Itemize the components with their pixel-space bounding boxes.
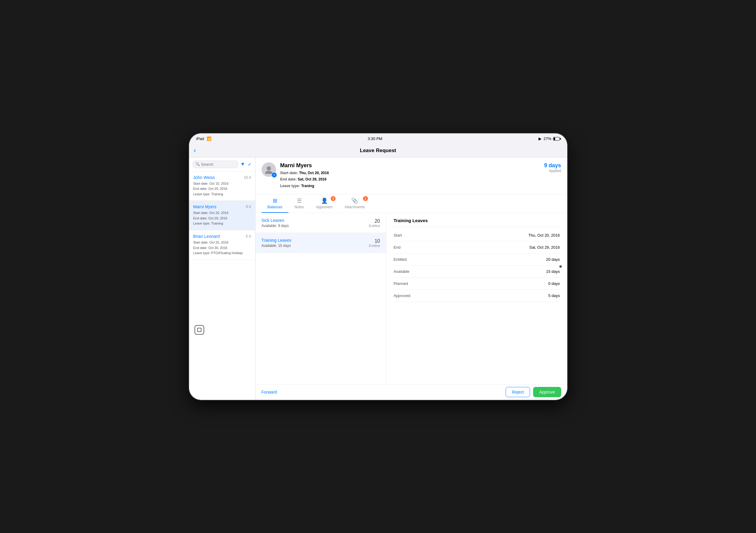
available-row-label: Available xyxy=(393,269,410,274)
side-dot xyxy=(559,265,562,268)
entitled-row-value: 20 days xyxy=(546,257,560,262)
svg-point-0 xyxy=(267,166,271,170)
planned-row-value: 0 days xyxy=(548,281,560,286)
detail-name: Marni Myers xyxy=(280,163,329,169)
detail-row-available: Available 15 days xyxy=(393,266,560,278)
wifi-icon: 📶 xyxy=(206,137,211,141)
balances-panel: Sick Leaves Available: 9 days 20 Entitle… xyxy=(256,213,386,384)
page-title: Leave Request xyxy=(360,148,396,154)
planned-row-label: Planned xyxy=(393,281,408,286)
detail-panel: + Marni Myers Start date: Thu, Oct 20, 2… xyxy=(256,158,567,400)
detail-header: + Marni Myers Start date: Thu, Oct 20, 2… xyxy=(256,158,567,195)
forward-button[interactable]: Forward xyxy=(261,390,277,394)
battery-percent: 27% xyxy=(543,137,551,141)
status-right: ▶ 27% xyxy=(539,137,560,141)
list-item-detail: Start date: Oct 20, 2016 End date: Oct 2… xyxy=(193,210,251,226)
tab-balances-label: Balances xyxy=(268,205,283,209)
avatar-plus-icon: + xyxy=(272,173,277,177)
home-button[interactable] xyxy=(195,325,204,335)
days-applied: 9 days xyxy=(544,163,561,169)
detail-row-approved: Approved 5 days xyxy=(393,290,560,302)
search-input[interactable] xyxy=(201,162,235,166)
list-item[interactable]: Brian Leonard 5 d Start date: Oct 25, 20… xyxy=(189,230,255,260)
available-row-value: 15 days xyxy=(546,269,560,274)
tab-attachments[interactable]: 📎 Attachments 1 xyxy=(338,194,371,213)
battery-fill xyxy=(554,138,555,140)
list-item-header: Marni Myers 9 d xyxy=(193,204,251,209)
sick-entitled-label: Entitled xyxy=(369,224,380,228)
balance-right-sick: 20 Entitled xyxy=(369,218,380,228)
search-bar: 🔍 ▼ ✓ xyxy=(189,158,255,171)
main-content: 🔍 ▼ ✓ John Weiss 10 d Start date: Oct 10… xyxy=(189,158,567,400)
detail-info: Marni Myers Start date: Thu, Oct 20, 201… xyxy=(280,163,329,190)
person-icon xyxy=(265,165,273,174)
back-chevron-icon: ‹ xyxy=(194,147,196,155)
device-name: iPad xyxy=(196,137,204,141)
entitled-row-label: Entitled xyxy=(393,257,407,262)
attachments-icon: 📎 xyxy=(351,197,358,204)
search-input-wrap[interactable]: 🔍 xyxy=(193,161,238,168)
approvers-badge: 3 xyxy=(331,196,336,201)
home-button-area xyxy=(189,260,255,400)
svg-point-1 xyxy=(265,171,272,174)
ipad-frame: iPad 📶 3:30 PM ▶ 27% ‹ Leave Request xyxy=(189,133,567,400)
tab-balances[interactable]: ⊞ Balances xyxy=(261,194,288,213)
end-date-value: Sat, Oct 29, 2016 xyxy=(298,177,327,181)
status-time: 3:30 PM xyxy=(367,137,382,141)
action-buttons: Reject Approve xyxy=(506,387,561,397)
list-item-name: Brian Leonard xyxy=(193,234,220,239)
detail-header-left: + Marni Myers Start date: Thu, Oct 20, 2… xyxy=(261,163,329,190)
detail-meta: Start date: Thu, Oct 20, 2016 End date: … xyxy=(280,170,329,190)
list-item-days: 10 d xyxy=(244,175,251,180)
tab-notes[interactable]: ☰ Notes xyxy=(288,194,310,213)
list-item-end: End date: Oct 29, 2016 xyxy=(193,216,251,221)
list-item-detail: Start date: Oct 10, 2016 End date: Oct 2… xyxy=(193,181,251,197)
list-item-detail: Start date: Oct 25, 2016 End date: Oct 3… xyxy=(193,240,251,256)
balance-right-training: 10 Entitled xyxy=(369,239,380,247)
detail-row-start: Start Thu, Oct 20, 2016 xyxy=(393,229,560,241)
list-item-type: Leave type: PTO/Floating Holiday xyxy=(193,250,251,256)
filter-icon[interactable]: ▼ xyxy=(240,162,245,167)
end-row-label: End xyxy=(393,245,400,250)
leave-type-label: Leave type: xyxy=(280,184,300,188)
list-item-type: Leave type: Training xyxy=(193,221,251,226)
detail-header-right: 9 days Applied xyxy=(544,163,561,173)
leave-type-value: Traning xyxy=(301,184,314,188)
start-row-label: Start xyxy=(393,233,402,238)
training-entitled-number: 10 xyxy=(369,239,380,244)
balance-row-sick[interactable]: Sick Leaves Available: 9 days 20 Entitle… xyxy=(256,213,386,233)
tab-attachments-label: Attachments xyxy=(345,205,365,209)
attachments-badge: 1 xyxy=(363,196,368,201)
start-label: Start date: xyxy=(280,171,298,175)
approved-row-value: 5 days xyxy=(548,293,560,298)
list-item-days: 9 d xyxy=(246,205,251,209)
back-button[interactable]: ‹ xyxy=(194,147,196,155)
start-date-value: Thu, Oct 20, 2016 xyxy=(299,171,329,175)
training-detail-title: Training Leaves xyxy=(393,218,560,223)
search-icon: 🔍 xyxy=(195,162,200,166)
approvers-icon: 👤 xyxy=(321,197,328,204)
nav-bar: ‹ Leave Request xyxy=(189,144,567,158)
end-row-value: Sat, Oct 29, 2016 xyxy=(529,245,560,250)
balance-info-training: Training Leaves Available: 15 days xyxy=(261,238,291,248)
list-item-days: 5 d xyxy=(246,234,251,239)
sidebar: 🔍 ▼ ✓ John Weiss 10 d Start date: Oct 10… xyxy=(189,158,256,400)
list-item-end: End date: Oct 20, 2016 xyxy=(193,186,251,192)
status-bar: iPad 📶 3:30 PM ▶ 27% xyxy=(189,133,567,144)
check-icon[interactable]: ✓ xyxy=(248,162,252,167)
list-item[interactable]: John Weiss 10 d Start date: Oct 10, 2016… xyxy=(189,171,255,201)
balance-row-training[interactable]: Training Leaves Available: 15 days 10 En… xyxy=(256,233,386,253)
avatar: + xyxy=(261,163,276,177)
list-item[interactable]: Marni Myers 9 d Start date: Oct 20, 2016… xyxy=(189,201,255,230)
notes-icon: ☰ xyxy=(297,197,302,204)
detail-row-end: End Sat, Oct 29, 2016 xyxy=(393,241,560,254)
list-item-start: Start date: Oct 10, 2016 xyxy=(193,181,251,187)
detail-start-date: Start date: Thu, Oct 20, 2016 xyxy=(280,170,329,177)
list-item-start: Start date: Oct 25, 2016 xyxy=(193,240,251,245)
approve-button[interactable]: Approve xyxy=(533,387,561,397)
reject-button[interactable]: Reject xyxy=(506,387,530,397)
detail-end-date: End date: Sat, Oct 29, 2016 xyxy=(280,176,329,183)
detail-row-planned: Planned 0 days xyxy=(393,278,560,290)
tab-approvers[interactable]: 👤 Approvers 3 xyxy=(310,194,338,213)
home-button-inner xyxy=(197,328,202,332)
